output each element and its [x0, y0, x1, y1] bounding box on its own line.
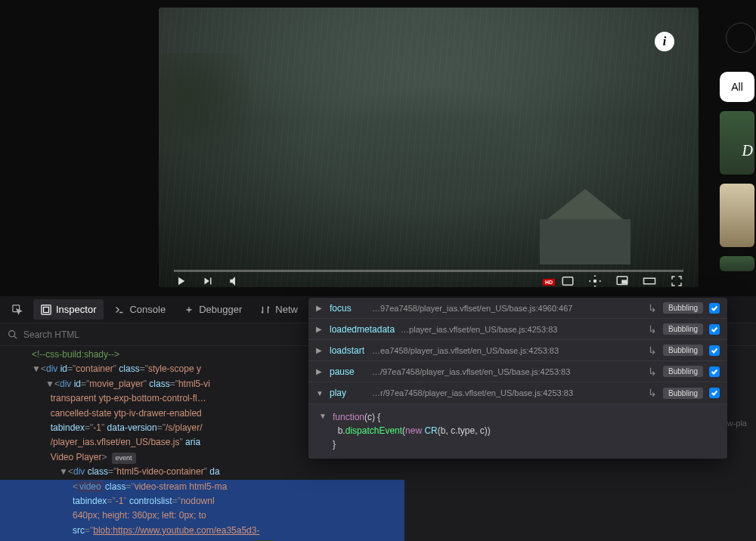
fullscreen-icon[interactable] [670, 274, 683, 287]
event-handler-code[interactable]: ▼ function(c) { b.dispatchEvent(new CR(b… [308, 403, 727, 459]
event-listener-row[interactable]: ▶pause…/97ea7458/player_ias.vflset/en_US… [308, 361, 727, 382]
event-phase-pill: Bubbling [663, 302, 703, 314]
html-line[interactable]: ▼<div class="html5-video-container" da [0, 465, 404, 479]
play-icon[interactable] [174, 274, 187, 287]
twisty-icon[interactable]: ▼ [32, 363, 41, 376]
event-enabled-checkbox[interactable] [709, 324, 720, 335]
tab-console[interactable]: Console [107, 299, 173, 320]
tab-inspector[interactable]: Inspector [33, 299, 104, 320]
svg-rect-0 [562, 277, 573, 286]
related-thumb-2[interactable] [720, 184, 754, 247]
svg-rect-6 [42, 305, 51, 314]
info-icon[interactable]: i [655, 32, 674, 51]
settings-icon[interactable] [588, 274, 602, 287]
volume-icon[interactable] [228, 274, 242, 287]
thumb-letter: D [742, 142, 753, 159]
event-source-link[interactable]: …ea7458/player_ias.vflset/en_US/base.js:… [372, 346, 642, 355]
related-thumb-1[interactable]: D [720, 111, 754, 175]
twisty-icon[interactable]: ▶ [316, 367, 324, 376]
event-enabled-checkbox[interactable] [709, 388, 720, 398]
event-phase-pill: Bubbling [663, 323, 703, 335]
chip-all[interactable]: All [720, 72, 754, 102]
svg-rect-3 [622, 280, 626, 283]
event-source-link[interactable]: …/97ea7458/player_ias.vflset/en_US/base.… [372, 367, 642, 376]
event-badge[interactable]: event [112, 453, 136, 464]
event-name: focus [330, 303, 366, 314]
event-listener-row[interactable]: ▼play…r/97ea7458/player_ias.vflset/en_US… [308, 382, 727, 403]
event-phase-pill: Bubbling [663, 366, 703, 377]
related-thumb-3[interactable] [720, 256, 754, 271]
html-line-selected[interactable]: tabindex="-1" controlslist="nodownl [0, 494, 404, 509]
twisty-icon[interactable]: ▼ [319, 410, 327, 422]
video-controls [174, 274, 683, 287]
video-player[interactable]: i HD [159, 8, 699, 287]
twisty-icon[interactable]: ▶ [316, 325, 324, 333]
scene-house [517, 189, 653, 264]
video-area: i HD All D [0, 0, 756, 296]
element-picker-button[interactable] [5, 300, 30, 320]
html-line-selected[interactable]: <video class="video-stream html5-ma [0, 480, 404, 494]
tab-inspector-label: Inspector [56, 304, 96, 315]
goto-source-icon[interactable]: ↳ [648, 323, 657, 335]
event-source-link[interactable]: …97ea7458/player_ias.vflset/en_US/base.j… [372, 304, 642, 313]
event-enabled-checkbox[interactable] [709, 345, 720, 356]
event-listener-row[interactable]: ▶loadstart…ea7458/player_ias.vflset/en_U… [308, 340, 727, 361]
tab-network-label: Netw [275, 304, 298, 315]
event-listener-row[interactable]: ▶focus…97ea7458/player_ias.vflset/en_US/… [308, 298, 727, 319]
scene-tree [159, 53, 249, 204]
event-name: loadedmetadata [330, 324, 395, 335]
sidebar-chips: All D [720, 72, 756, 271]
goto-source-icon[interactable]: ↳ [648, 345, 657, 357]
html-line-selected[interactable]: 640px; height: 360px; left: 0px; to [0, 509, 404, 523]
twisty-icon[interactable]: ▶ [316, 304, 324, 312]
event-source-link[interactable]: …player_ias.vflset/en_US/base.js:4253:83 [401, 325, 642, 334]
theater-icon[interactable] [643, 274, 656, 287]
event-enabled-checkbox[interactable] [709, 366, 720, 377]
event-listener-row[interactable]: ▶loadedmetadata…player_ias.vflset/en_US/… [308, 319, 727, 340]
event-source-link[interactable]: …r/97ea7458/player_ias.vflset/en_US/base… [372, 388, 642, 397]
event-listeners-popup: ▶focus…97ea7458/player_ias.vflset/en_US/… [308, 298, 727, 459]
search-icon [8, 329, 17, 339]
search-pill[interactable] [726, 23, 756, 53]
tab-network[interactable]: Netw [253, 299, 305, 320]
event-name: loadstart [330, 345, 366, 356]
twisty-icon[interactable]: ▶ [316, 346, 324, 354]
tab-debugger[interactable]: Debugger [176, 299, 249, 320]
event-phase-pill: Bubbling [663, 388, 703, 399]
tab-console-label: Console [129, 304, 166, 315]
tab-debugger-label: Debugger [199, 304, 242, 315]
html-line-selected[interactable]: ea13-4140-9a2e-5d6b4d9a336d"></video>eve… [0, 538, 404, 541]
twisty-icon[interactable]: ▼ [316, 389, 324, 397]
event-enabled-checkbox[interactable] [709, 303, 720, 314]
svg-rect-7 [44, 307, 49, 312]
event-name: pause [330, 366, 366, 377]
goto-source-icon[interactable]: ↳ [648, 387, 657, 399]
video-progress-bar[interactable] [174, 270, 683, 272]
svg-point-1 [593, 280, 597, 283]
twisty-icon[interactable]: ▼ [45, 378, 54, 391]
event-name: play [330, 388, 366, 398]
html-line-selected[interactable]: src="blob:https://www.youtube.com/ea35a5… [0, 524, 404, 538]
svg-point-8 [9, 331, 15, 337]
goto-source-icon[interactable]: ↳ [648, 302, 657, 314]
svg-rect-4 [644, 278, 655, 284]
goto-source-icon[interactable]: ↳ [648, 366, 657, 378]
subtitles-icon[interactable] [561, 274, 575, 287]
next-icon[interactable] [201, 274, 215, 287]
event-phase-pill: Bubbling [663, 345, 703, 356]
twisty-icon[interactable]: ▼ [59, 465, 68, 478]
miniplayer-icon[interactable] [615, 274, 629, 287]
